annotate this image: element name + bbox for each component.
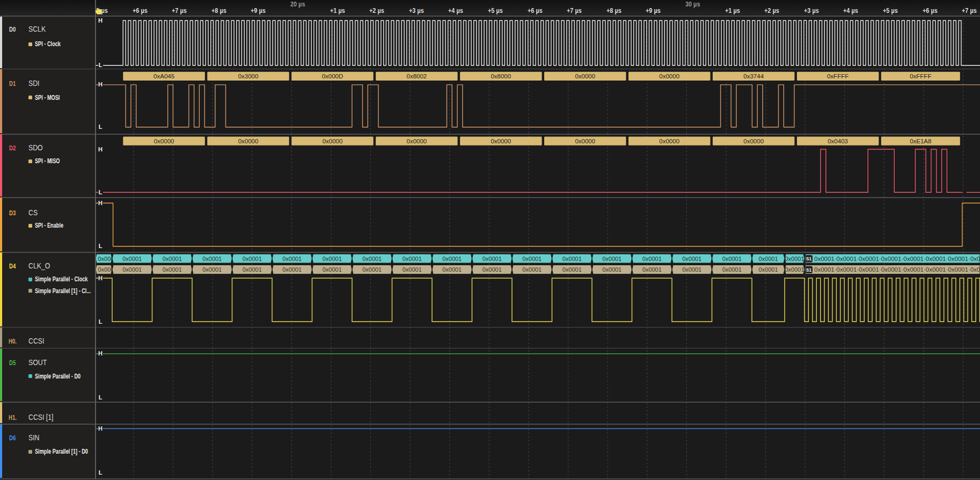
svg-text:0x3744: 0x3744 [743, 73, 764, 79]
svg-text:0x0001: 0x0001 [522, 266, 542, 273]
svg-text:0xE1A8: 0xE1A8 [910, 138, 931, 144]
svg-text:0x000: 0x000 [98, 266, 114, 273]
svg-text:0x0001: 0x0001 [403, 256, 422, 262]
svg-text:0x0001: 0x0001 [442, 266, 462, 273]
svg-text:0xFFFF: 0xFFFF [827, 73, 849, 79]
svg-text:0x0000: 0x0000 [659, 73, 679, 79]
svg-text:0x0001·0x0001·0x0001·0x0001·0x: 0x0001·0x0001·0x0001·0x0001·0x0001·0x000… [814, 266, 980, 273]
svg-text:0x0001: 0x0001 [323, 256, 342, 262]
svg-text:0x0001: 0x0001 [282, 266, 302, 273]
svg-text:0x0000: 0x0000 [154, 138, 174, 144]
svg-text:0x0001: 0x0001 [163, 266, 182, 273]
svg-text:0x0001: 0x0001 [482, 266, 502, 273]
svg-text:0x0001·0x0001·0x0001·0x0001·0x: 0x0001·0x0001·0x0001·0x0001·0x0001·0x000… [814, 256, 980, 262]
svg-text:0x0001: 0x0001 [243, 256, 262, 262]
svg-text:0x0001: 0x0001 [682, 266, 701, 273]
svg-text:0x0001: 0x0001 [403, 266, 422, 273]
svg-text:0x0000: 0x0000 [491, 138, 511, 144]
svg-text:0x0001: 0x0001 [522, 256, 542, 262]
svg-text:0x0001: 0x0001 [202, 256, 222, 262]
svg-text:0x0001: 0x0001 [722, 266, 742, 273]
svg-text:0x0001: 0x0001 [482, 256, 502, 262]
svg-text:0x0000: 0x0000 [743, 138, 764, 144]
svg-text:0x0000: 0x0000 [238, 138, 259, 144]
svg-text:0x3000: 0x3000 [238, 73, 259, 79]
svg-text:0xFFFF: 0xFFFF [910, 73, 931, 79]
svg-text:51: 51 [806, 267, 811, 273]
svg-text:0x0001: 0x0001 [602, 256, 621, 262]
svg-text:0x0001: 0x0001 [785, 266, 804, 273]
svg-text:0x000D: 0x000D [322, 73, 343, 79]
svg-text:0x0001: 0x0001 [122, 256, 142, 262]
svg-text:0x0000: 0x0000 [407, 138, 427, 144]
svg-text:0x0001: 0x0001 [758, 266, 778, 273]
svg-text:0x0001: 0x0001 [758, 256, 778, 262]
svg-text:0xA045: 0xA045 [153, 73, 174, 79]
svg-text:0x0001: 0x0001 [122, 266, 142, 273]
svg-text:0x0001: 0x0001 [602, 266, 621, 273]
svg-text:0x0000: 0x0000 [575, 138, 595, 144]
svg-text:0x8000: 0x8000 [491, 73, 511, 79]
svg-text:0x0001: 0x0001 [282, 256, 302, 262]
svg-text:0x0000: 0x0000 [659, 138, 679, 144]
svg-text:0x0001: 0x0001 [163, 256, 182, 262]
svg-text:0x0403: 0x0403 [828, 138, 848, 144]
svg-text:0x000: 0x000 [98, 256, 114, 262]
svg-text:0x0001: 0x0001 [362, 256, 382, 262]
svg-text:0x0001: 0x0001 [642, 256, 662, 262]
svg-text:0x0000: 0x0000 [575, 73, 595, 79]
svg-text:0x0001: 0x0001 [362, 266, 382, 273]
svg-text:0x0001: 0x0001 [442, 256, 462, 262]
svg-text:0x0001: 0x0001 [562, 256, 582, 262]
svg-text:0x0000: 0x0000 [323, 138, 343, 144]
svg-text:0x0001: 0x0001 [642, 266, 662, 273]
svg-text:0x0001: 0x0001 [682, 256, 701, 262]
svg-text:0x8002: 0x8002 [407, 73, 427, 79]
svg-text:0x0001: 0x0001 [785, 256, 804, 262]
svg-text:0x0001: 0x0001 [562, 266, 582, 273]
svg-text:0x0001: 0x0001 [323, 266, 342, 273]
svg-text:0x0001: 0x0001 [243, 266, 262, 273]
svg-text:51: 51 [806, 256, 811, 261]
svg-text:0x0001: 0x0001 [722, 256, 742, 262]
svg-text:0x0001: 0x0001 [202, 266, 222, 273]
